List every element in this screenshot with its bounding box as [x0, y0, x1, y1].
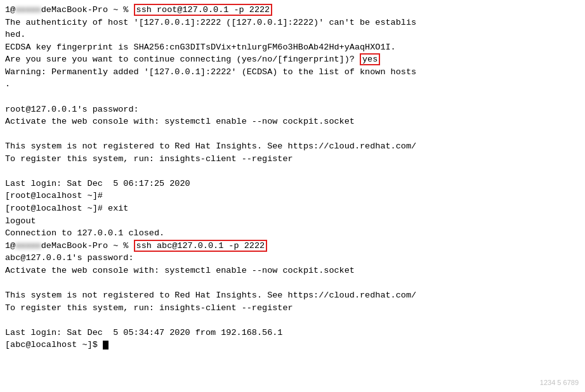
line-7-empty: [5, 91, 580, 103]
line-abc-prompt: [abc@localhost ~]$: [5, 339, 580, 351]
line-prompt-root-2: [root@localhost ~]# exit: [5, 202, 580, 215]
line-8: root@127.0.0.1's password:: [5, 103, 580, 116]
line-connection-closed: Connection to 127.0.0.1 closed.: [5, 227, 580, 240]
watermark: 1234 5 6789: [540, 378, 579, 388]
line-3: hed.: [5, 29, 580, 41]
line-prompt-root-1: [root@localhost ~]#: [5, 190, 580, 202]
line-redhat-1: This system is not registered to Red Hat…: [5, 140, 580, 153]
suffix-1: deMacBook-Pro ~ %: [41, 5, 134, 15]
line-1: 1@xxxxxdeMacBook-Pro ~ % ssh root@127.0.…: [5, 4, 580, 16]
ssh-command-2: ssh abc@127.0.0.1 -p 2222: [134, 240, 268, 252]
line-activate-2: Activate the web console with: systemctl…: [5, 265, 580, 277]
line-6: Warning: Permanently added '[127.0.0.1]:…: [5, 66, 580, 79]
prefix-2: 1@: [5, 241, 15, 251]
line-6b: .: [5, 78, 580, 91]
line-5: Are you sure you want to continue connec…: [5, 53, 580, 66]
line-empty-3: [5, 277, 580, 289]
terminal-window: 1@xxxxxdeMacBook-Pro ~ % ssh root@127.0.…: [0, 0, 585, 392]
line-abc-password: abc@127.0.0.1's password:: [5, 252, 580, 265]
line-redhat-4: To register this system, run: insights-c…: [5, 302, 580, 315]
prefix-1: 1@: [5, 5, 15, 15]
line-2: The authenticity of host '[127.0.0.1]:22…: [5, 16, 580, 29]
ssh-command-1: ssh root@127.0.0.1 -p 2222: [134, 4, 273, 16]
line-ssh-abc: 1@xxxxxdeMacBook-Pro ~ % ssh abc@127.0.0…: [5, 240, 580, 252]
line-empty-1: [5, 128, 580, 141]
line-9: Activate the web console with: systemctl…: [5, 115, 580, 128]
yes-answer: yes: [360, 53, 380, 65]
blurred-username-2: xxxxx: [15, 241, 41, 251]
line-redhat-2: To register this system, run: insights-c…: [5, 153, 580, 166]
suffix-2: deMacBook-Pro ~ %: [41, 241, 134, 251]
line-4: ECDSA key fingerprint is SHA256:cnG3DITs…: [5, 41, 580, 54]
line-empty-4: [5, 314, 580, 327]
terminal-cursor: [103, 341, 108, 350]
line-redhat-3: This system is not registered to Red Hat…: [5, 289, 580, 302]
line-empty-2: [5, 165, 580, 178]
line-logout: logout: [5, 215, 580, 228]
line-lastlogin-abc: Last login: Sat Dec 5 05:34:47 2020 from…: [5, 327, 580, 339]
blurred-username-1: xxxxx: [15, 5, 41, 15]
line-lastlogin-root: Last login: Sat Dec 5 06:17:25 2020: [5, 178, 580, 190]
